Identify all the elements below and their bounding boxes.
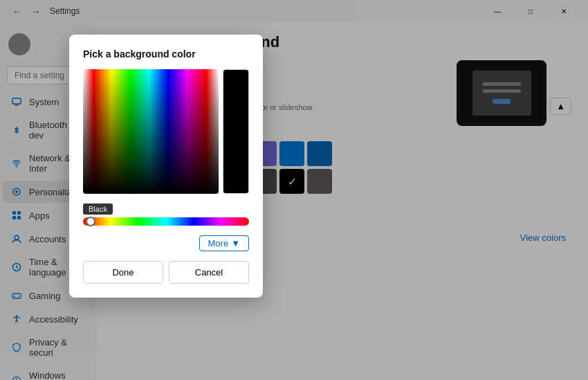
color-picker-modal: Pick a background color Black More ▼ Don…	[69, 35, 263, 298]
more-row: More ▼	[83, 235, 249, 251]
spectrum-gradient	[83, 69, 219, 194]
cancel-button[interactable]: Cancel	[169, 261, 249, 284]
hue-thumb[interactable]	[86, 217, 95, 226]
modal-overlay: Pick a background color Black More ▼ Don…	[0, 0, 588, 380]
hue-slider[interactable]	[83, 217, 249, 226]
color-spectrum[interactable]	[83, 69, 219, 194]
more-label: More	[208, 238, 229, 248]
color-picker-area	[83, 69, 249, 194]
color-preview-box	[223, 69, 249, 194]
tooltip-area: Black	[83, 202, 249, 217]
more-chevron-icon: ▼	[231, 238, 240, 248]
black-tooltip: Black	[83, 203, 113, 215]
more-button[interactable]: More ▼	[199, 235, 250, 251]
done-button[interactable]: Done	[83, 261, 163, 284]
modal-title: Pick a background color	[83, 48, 249, 60]
modal-buttons: Done Cancel	[83, 261, 249, 284]
